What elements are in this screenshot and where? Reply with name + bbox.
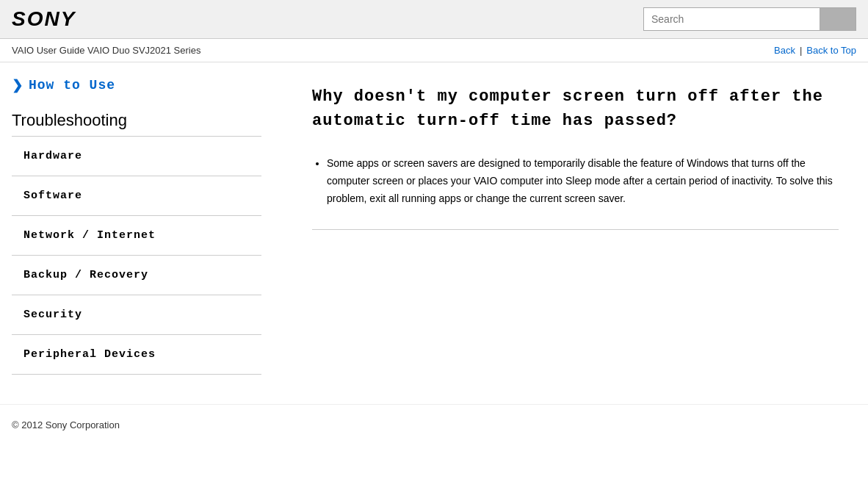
sidebar-item-backup[interactable]: Backup / Recovery [12,256,261,295]
sidebar-nav: Hardware Software Network / Internet Bac… [12,137,264,375]
sidebar-link-backup[interactable]: Backup / Recovery [12,256,261,295]
back-to-top-link[interactable]: Back to Top [806,45,856,56]
sidebar-link-hardware[interactable]: Hardware [12,137,261,176]
article-content: Some apps or screen savers are designed … [312,155,839,207]
sidebar-link-network[interactable]: Network / Internet [12,216,261,255]
search-button[interactable] [820,7,856,31]
main-layout: ❯ How to Use Troubleshooting Hardware So… [0,62,868,389]
article-bullet-1: Some apps or screen savers are designed … [327,155,839,207]
breadcrumb-title: VAIO User Guide VAIO Duo SVJ2021 Series [12,45,200,56]
content-area: Why doesn't my computer screen turn off … [275,62,868,389]
chevron-icon: ❯ [12,77,23,93]
sidebar-item-network[interactable]: Network / Internet [12,216,261,256]
how-to-use-label[interactable]: How to Use [29,78,115,93]
article-title: Why doesn't my computer screen turn off … [312,84,839,133]
breadcrumb-bar: VAIO User Guide VAIO Duo SVJ2021 Series … [0,39,868,62]
breadcrumb-nav: Back | Back to Top [774,45,856,56]
page-header: SONY [0,0,868,39]
copyright-text: © 2012 Sony Corporation [12,419,120,430]
article-bullets: Some apps or screen savers are designed … [327,155,839,207]
page-footer: © 2012 Sony Corporation [0,404,868,445]
sidebar-item-software[interactable]: Software [12,176,261,216]
sidebar-item-peripheral[interactable]: Peripheral Devices [12,335,261,375]
header-search-area [643,7,856,31]
sony-logo: SONY [12,7,76,31]
back-link[interactable]: Back [774,45,795,56]
sidebar-item-hardware[interactable]: Hardware [12,137,261,176]
how-to-use-section: ❯ How to Use [12,77,264,93]
sidebar-item-security[interactable]: Security [12,295,261,335]
breadcrumb-separator: | [800,45,802,56]
sidebar-link-software[interactable]: Software [12,176,261,215]
search-input[interactable] [643,7,820,31]
article-divider [312,229,839,230]
troubleshooting-heading: Troubleshooting [12,111,264,136]
sidebar-link-security[interactable]: Security [12,295,261,334]
sidebar: ❯ How to Use Troubleshooting Hardware So… [0,62,275,389]
sidebar-link-peripheral[interactable]: Peripheral Devices [12,335,261,374]
